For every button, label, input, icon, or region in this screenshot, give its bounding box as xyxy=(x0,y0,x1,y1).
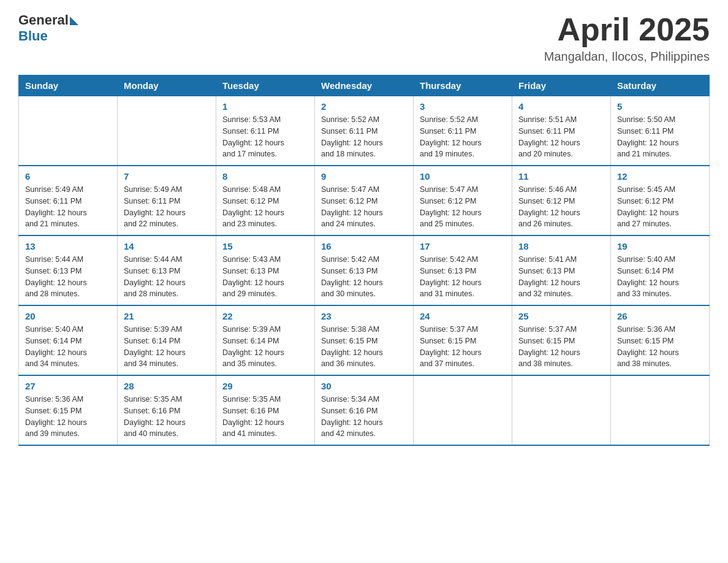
day-number: 30 xyxy=(321,381,407,391)
calendar-cell xyxy=(611,375,710,445)
day-number: 20 xyxy=(25,311,111,321)
day-number: 15 xyxy=(222,241,308,251)
day-info: Sunrise: 5:51 AM Sunset: 6:11 PM Dayligh… xyxy=(518,114,604,160)
calendar-cell xyxy=(118,96,216,166)
day-number: 2 xyxy=(321,101,407,112)
weekday-header-friday: Friday xyxy=(512,75,611,96)
weekday-header-thursday: Thursday xyxy=(414,75,512,96)
day-number: 12 xyxy=(617,171,703,182)
calendar-cell: 25Sunrise: 5:37 AM Sunset: 6:15 PM Dayli… xyxy=(512,305,611,375)
day-number: 3 xyxy=(420,101,506,112)
day-info: Sunrise: 5:47 AM Sunset: 6:12 PM Dayligh… xyxy=(420,184,506,230)
calendar-cell: 5Sunrise: 5:50 AM Sunset: 6:11 PM Daylig… xyxy=(611,96,710,166)
day-info: Sunrise: 5:39 AM Sunset: 6:14 PM Dayligh… xyxy=(124,324,210,370)
day-info: Sunrise: 5:44 AM Sunset: 6:13 PM Dayligh… xyxy=(25,254,111,300)
calendar-cell: 23Sunrise: 5:38 AM Sunset: 6:15 PM Dayli… xyxy=(315,305,414,375)
day-info: Sunrise: 5:41 AM Sunset: 6:13 PM Dayligh… xyxy=(518,254,604,300)
logo-blue-text: Blue xyxy=(18,28,48,44)
day-number: 24 xyxy=(420,311,506,321)
day-number: 6 xyxy=(25,171,111,182)
calendar-cell: 8Sunrise: 5:48 AM Sunset: 6:12 PM Daylig… xyxy=(216,166,315,236)
day-number: 19 xyxy=(617,241,703,251)
weekday-header-wednesday: Wednesday xyxy=(315,75,414,96)
calendar-cell xyxy=(19,96,118,166)
calendar-cell: 9Sunrise: 5:47 AM Sunset: 6:12 PM Daylig… xyxy=(315,166,414,236)
calendar-cell: 16Sunrise: 5:42 AM Sunset: 6:13 PM Dayli… xyxy=(315,236,414,305)
day-info: Sunrise: 5:35 AM Sunset: 6:16 PM Dayligh… xyxy=(222,394,308,440)
day-info: Sunrise: 5:44 AM Sunset: 6:13 PM Dayligh… xyxy=(124,254,210,300)
logo: General Blue xyxy=(18,12,78,44)
page-header: General Blue April 2025 Mangaldan, Iloco… xyxy=(18,12,710,64)
day-number: 9 xyxy=(321,171,407,182)
day-info: Sunrise: 5:48 AM Sunset: 6:12 PM Dayligh… xyxy=(222,184,308,230)
calendar-cell xyxy=(512,375,611,445)
day-info: Sunrise: 5:52 AM Sunset: 6:11 PM Dayligh… xyxy=(420,114,506,160)
calendar-cell: 22Sunrise: 5:39 AM Sunset: 6:14 PM Dayli… xyxy=(216,305,315,375)
day-info: Sunrise: 5:35 AM Sunset: 6:16 PM Dayligh… xyxy=(124,394,210,440)
calendar-cell: 11Sunrise: 5:46 AM Sunset: 6:12 PM Dayli… xyxy=(512,166,611,236)
day-number: 28 xyxy=(124,381,210,391)
calendar-cell: 19Sunrise: 5:40 AM Sunset: 6:14 PM Dayli… xyxy=(611,236,710,305)
calendar-cell: 2Sunrise: 5:52 AM Sunset: 6:11 PM Daylig… xyxy=(315,96,414,166)
calendar-cell: 21Sunrise: 5:39 AM Sunset: 6:14 PM Dayli… xyxy=(118,305,216,375)
calendar-week-row: 27Sunrise: 5:36 AM Sunset: 6:15 PM Dayli… xyxy=(19,375,710,445)
day-number: 5 xyxy=(617,101,703,112)
day-info: Sunrise: 5:40 AM Sunset: 6:14 PM Dayligh… xyxy=(617,254,703,300)
day-number: 18 xyxy=(518,241,604,251)
logo-triangle-icon xyxy=(70,17,78,25)
day-number: 14 xyxy=(124,241,210,251)
calendar-cell: 7Sunrise: 5:49 AM Sunset: 6:11 PM Daylig… xyxy=(118,166,216,236)
day-number: 25 xyxy=(518,311,604,321)
calendar-week-row: 13Sunrise: 5:44 AM Sunset: 6:13 PM Dayli… xyxy=(19,236,710,305)
day-number: 1 xyxy=(222,101,308,112)
day-number: 10 xyxy=(420,171,506,182)
calendar-cell: 27Sunrise: 5:36 AM Sunset: 6:15 PM Dayli… xyxy=(19,375,118,445)
calendar-cell: 30Sunrise: 5:34 AM Sunset: 6:16 PM Dayli… xyxy=(315,375,414,445)
calendar-cell: 17Sunrise: 5:42 AM Sunset: 6:13 PM Dayli… xyxy=(414,236,512,305)
calendar-week-row: 1Sunrise: 5:53 AM Sunset: 6:11 PM Daylig… xyxy=(19,96,710,166)
day-info: Sunrise: 5:36 AM Sunset: 6:15 PM Dayligh… xyxy=(25,394,111,440)
weekday-header-row: SundayMondayTuesdayWednesdayThursdayFrid… xyxy=(19,75,710,96)
day-info: Sunrise: 5:46 AM Sunset: 6:12 PM Dayligh… xyxy=(518,184,604,230)
weekday-header-tuesday: Tuesday xyxy=(216,75,315,96)
day-info: Sunrise: 5:38 AM Sunset: 6:15 PM Dayligh… xyxy=(321,324,407,370)
calendar-cell: 13Sunrise: 5:44 AM Sunset: 6:13 PM Dayli… xyxy=(19,236,118,305)
day-number: 17 xyxy=(420,241,506,251)
day-info: Sunrise: 5:34 AM Sunset: 6:16 PM Dayligh… xyxy=(321,394,407,440)
weekday-header-monday: Monday xyxy=(118,75,216,96)
weekday-header-sunday: Sunday xyxy=(19,75,118,96)
day-info: Sunrise: 5:37 AM Sunset: 6:15 PM Dayligh… xyxy=(518,324,604,370)
calendar-cell: 18Sunrise: 5:41 AM Sunset: 6:13 PM Dayli… xyxy=(512,236,611,305)
calendar-cell: 6Sunrise: 5:49 AM Sunset: 6:11 PM Daylig… xyxy=(19,166,118,236)
weekday-header-saturday: Saturday xyxy=(611,75,710,96)
calendar-cell: 20Sunrise: 5:40 AM Sunset: 6:14 PM Dayli… xyxy=(19,305,118,375)
day-info: Sunrise: 5:49 AM Sunset: 6:11 PM Dayligh… xyxy=(25,184,111,230)
day-number: 16 xyxy=(321,241,407,251)
calendar-cell: 14Sunrise: 5:44 AM Sunset: 6:13 PM Dayli… xyxy=(118,236,216,305)
day-number: 21 xyxy=(124,311,210,321)
day-number: 29 xyxy=(222,381,308,391)
calendar-cell: 28Sunrise: 5:35 AM Sunset: 6:16 PM Dayli… xyxy=(118,375,216,445)
day-number: 7 xyxy=(124,171,210,182)
day-number: 27 xyxy=(25,381,111,391)
day-info: Sunrise: 5:53 AM Sunset: 6:11 PM Dayligh… xyxy=(222,114,308,160)
title-area: April 2025 Mangaldan, Ilocos, Philippine… xyxy=(544,12,710,64)
day-info: Sunrise: 5:40 AM Sunset: 6:14 PM Dayligh… xyxy=(25,324,111,370)
calendar-cell: 3Sunrise: 5:52 AM Sunset: 6:11 PM Daylig… xyxy=(414,96,512,166)
day-info: Sunrise: 5:52 AM Sunset: 6:11 PM Dayligh… xyxy=(321,114,407,160)
calendar-cell: 10Sunrise: 5:47 AM Sunset: 6:12 PM Dayli… xyxy=(414,166,512,236)
calendar-week-row: 20Sunrise: 5:40 AM Sunset: 6:14 PM Dayli… xyxy=(19,305,710,375)
day-info: Sunrise: 5:36 AM Sunset: 6:15 PM Dayligh… xyxy=(617,324,703,370)
day-info: Sunrise: 5:49 AM Sunset: 6:11 PM Dayligh… xyxy=(124,184,210,230)
day-info: Sunrise: 5:50 AM Sunset: 6:11 PM Dayligh… xyxy=(617,114,703,160)
location-subtitle: Mangaldan, Ilocos, Philippines xyxy=(544,50,710,64)
day-info: Sunrise: 5:45 AM Sunset: 6:12 PM Dayligh… xyxy=(617,184,703,230)
calendar-cell: 29Sunrise: 5:35 AM Sunset: 6:16 PM Dayli… xyxy=(216,375,315,445)
day-info: Sunrise: 5:43 AM Sunset: 6:13 PM Dayligh… xyxy=(222,254,308,300)
day-info: Sunrise: 5:39 AM Sunset: 6:14 PM Dayligh… xyxy=(222,324,308,370)
calendar-body: 1Sunrise: 5:53 AM Sunset: 6:11 PM Daylig… xyxy=(19,96,710,446)
calendar-week-row: 6Sunrise: 5:49 AM Sunset: 6:11 PM Daylig… xyxy=(19,166,710,236)
calendar-table: SundayMondayTuesdayWednesdayThursdayFrid… xyxy=(18,75,710,446)
day-number: 11 xyxy=(518,171,604,182)
calendar-cell: 1Sunrise: 5:53 AM Sunset: 6:11 PM Daylig… xyxy=(216,96,315,166)
